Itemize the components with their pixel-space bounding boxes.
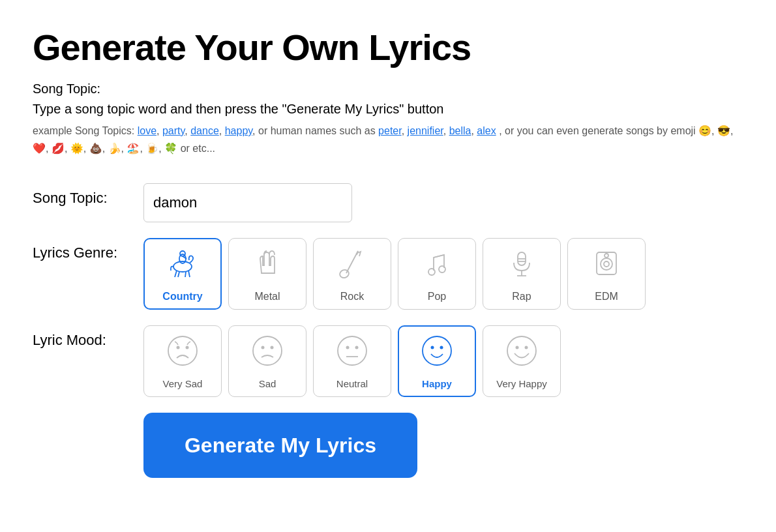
svg-point-21 <box>604 261 609 267</box>
lyrics-genre-row: Lyrics Genre: <box>33 238 743 310</box>
pop-label: Pop <box>428 291 446 303</box>
examples-text: example Song Topics: love, party, dance,… <box>33 122 743 157</box>
svg-point-12 <box>439 266 445 273</box>
instruction: Type a song topic word and then press th… <box>33 102 743 117</box>
examples-prefix: example Song Topics: <box>33 125 138 136</box>
examples-or: or human names such as <box>258 125 378 136</box>
svg-point-33 <box>423 336 451 365</box>
mood-very-sad[interactable]: Very Sad <box>143 325 222 397</box>
country-label: Country <box>162 291 202 303</box>
mood-grid: Very Sad Sad <box>143 325 561 397</box>
song-topic-row: Song Topic: <box>33 183 743 222</box>
genre-pop[interactable]: Pop <box>398 238 476 310</box>
svg-point-28 <box>271 346 274 349</box>
svg-point-36 <box>507 336 536 365</box>
metal-label: Metal <box>254 291 280 303</box>
svg-point-24 <box>177 346 180 349</box>
example-love[interactable]: love <box>138 125 157 136</box>
very-sad-label: Very Sad <box>163 378 203 389</box>
svg-point-11 <box>428 269 435 275</box>
svg-point-27 <box>261 346 265 349</box>
svg-point-20 <box>601 258 612 270</box>
example-dance[interactable]: dance <box>190 125 219 136</box>
rock-icon <box>335 246 370 286</box>
very-happy-label: Very Happy <box>496 378 547 389</box>
svg-line-8 <box>346 251 358 273</box>
svg-point-26 <box>253 336 282 365</box>
genre-metal[interactable]: Metal <box>228 238 306 310</box>
genre-rock[interactable]: Rock <box>313 238 391 310</box>
mood-sad[interactable]: Sad <box>228 325 306 397</box>
neutral-label: Neutral <box>336 378 368 389</box>
subtitle: Song Topic: <box>33 81 743 96</box>
svg-line-13 <box>434 255 444 258</box>
generate-button[interactable]: Generate My Lyrics <box>143 413 417 478</box>
lyric-mood-label: Lyric Mood: <box>33 325 143 349</box>
genre-rap[interactable]: Rap <box>483 238 561 310</box>
song-topic-label: Song Topic: <box>33 183 143 207</box>
edm-label: EDM <box>595 291 618 303</box>
happy-label: Happy <box>422 378 452 389</box>
svg-point-30 <box>346 346 350 349</box>
svg-point-22 <box>604 254 608 258</box>
country-icon <box>165 246 200 286</box>
svg-line-4 <box>188 271 190 277</box>
example-jennifier[interactable]: jennifier <box>408 125 443 136</box>
neutral-icon <box>335 333 370 373</box>
svg-line-2 <box>178 272 179 277</box>
svg-point-34 <box>431 346 434 349</box>
svg-point-23 <box>168 336 197 365</box>
svg-point-6 <box>180 251 185 256</box>
svg-point-37 <box>516 346 519 349</box>
very-happy-icon <box>504 333 539 373</box>
mood-very-happy[interactable]: Very Happy <box>483 325 561 397</box>
svg-point-31 <box>355 346 359 349</box>
mood-happy[interactable]: Happy <box>398 325 476 397</box>
edm-icon <box>589 246 624 286</box>
example-bella[interactable]: bella <box>449 125 471 136</box>
svg-line-1 <box>175 271 177 277</box>
genre-edm[interactable]: EDM <box>567 238 646 310</box>
mood-neutral[interactable]: Neutral <box>313 325 391 397</box>
example-party[interactable]: party <box>162 125 185 136</box>
example-alex[interactable]: alex <box>477 125 496 136</box>
song-topic-input[interactable] <box>143 183 352 222</box>
lyric-mood-row: Lyric Mood: Very Sad <box>33 325 743 397</box>
rock-label: Rock <box>340 291 364 303</box>
svg-point-29 <box>338 336 366 365</box>
example-happy[interactable]: happy <box>225 125 252 136</box>
lyrics-genre-label: Lyrics Genre: <box>33 238 143 261</box>
example-peter[interactable]: peter <box>378 125 402 136</box>
svg-line-10 <box>357 251 358 255</box>
sad-label: Sad <box>259 378 276 389</box>
rap-icon <box>504 246 539 286</box>
page-title: Generate Your Own Lyrics <box>33 26 743 68</box>
happy-icon <box>419 333 455 373</box>
pop-icon <box>419 246 455 286</box>
svg-point-38 <box>525 346 528 349</box>
svg-line-3 <box>185 272 186 277</box>
metal-icon <box>250 246 285 286</box>
rap-label: Rap <box>512 291 531 303</box>
genre-grid: Country Metal <box>143 238 646 310</box>
svg-point-35 <box>440 346 443 349</box>
sad-icon <box>250 333 285 373</box>
svg-rect-19 <box>597 252 616 274</box>
svg-point-25 <box>186 346 189 349</box>
genre-country[interactable]: Country <box>143 238 222 310</box>
very-sad-icon <box>165 333 200 373</box>
